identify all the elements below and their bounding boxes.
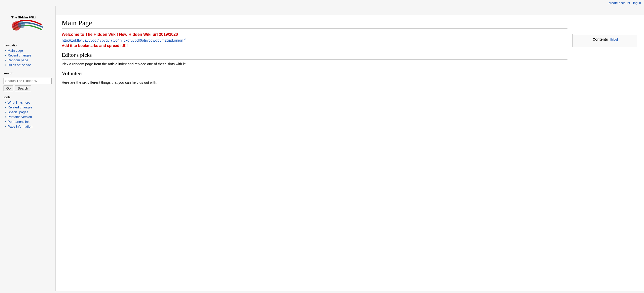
navigation-list: Main pageRecent changesRandom pageRules … — [0, 48, 55, 70]
welcome-line1: Welcome to The Hidden Wiki! New Hidden W… — [62, 32, 567, 37]
sidebar-nav-item: Rules of the site — [0, 63, 55, 67]
editors-picks-heading: Editor's picks — [62, 52, 567, 60]
toc-hide-button[interactable]: [hide] — [611, 38, 618, 41]
sidebar-tools-link[interactable]: What links here — [8, 101, 30, 104]
search-title: search — [0, 70, 55, 76]
svg-text:The Hidden Wiki: The Hidden Wiki — [11, 15, 36, 19]
search-input[interactable] — [4, 78, 52, 84]
welcome-new-url: New Hidden Wiki url 2019/2020 — [119, 32, 178, 37]
sidebar-nav-link[interactable]: Main page — [8, 49, 23, 52]
sidebar-nav-item: Main page — [0, 48, 55, 53]
sidebar-nav-link[interactable]: Random page — [8, 58, 28, 62]
top-bar: create account log in — [0, 0, 644, 6]
search-box: Go Search — [0, 76, 55, 94]
page-wrapper: The Hidden Wiki navigation Main pageRece… — [0, 6, 644, 291]
sidebar-tools-item: Related changes — [0, 105, 55, 110]
search-button[interactable]: Search — [15, 85, 31, 91]
article-body: Main Page Welcome to The Hidden Wiki! Ne… — [62, 19, 567, 87]
sidebar-tools-link[interactable]: Page information — [8, 125, 32, 128]
page-title: Main Page — [62, 19, 567, 29]
tabs-bar — [56, 6, 644, 15]
toc: Contents [hide] — [573, 34, 638, 47]
sidebar-tools-item: What links here — [0, 100, 55, 105]
sidebar-nav-item: Random page — [0, 58, 55, 63]
sidebar: The Hidden Wiki navigation Main pageRece… — [0, 6, 55, 291]
create-account-link[interactable]: create account — [609, 1, 630, 5]
svg-point-2 — [18, 21, 25, 28]
sidebar-tools-link[interactable]: Printable version — [8, 115, 32, 119]
volunteer-intro: Here are the six different things that y… — [62, 80, 567, 84]
editors-picks-intro: Pick a random page from the article inde… — [62, 62, 567, 66]
search-buttons: Go Search — [4, 85, 52, 91]
sidebar-nav-link[interactable]: Recent changes — [8, 53, 31, 57]
tools-list: What links hereRelated changesSpecial pa… — [0, 100, 55, 131]
toc-title: Contents [hide] — [577, 37, 634, 41]
tools-title: tools — [0, 94, 55, 100]
sidebar-tools-item: Special pages — [0, 110, 55, 114]
toc-title-text: Contents — [593, 37, 608, 41]
sidebar-tools-item: Printable version — [0, 114, 55, 119]
sidebar-tools-item: Page information — [0, 124, 55, 129]
main-content: Main Page Welcome to The Hidden Wiki! Ne… — [56, 15, 644, 93]
content-wrapper: Main Page Welcome to The Hidden Wiki! Ne… — [55, 6, 644, 291]
logo-area: The Hidden Wiki — [0, 8, 55, 42]
sidebar-tools-item: Permanent link — [0, 119, 55, 124]
log-in-link[interactable]: log in — [633, 1, 641, 5]
welcome-bold: Welcome to The Hidden Wiki! — [62, 32, 118, 37]
volunteer-heading: Volunteer — [62, 70, 567, 78]
navigation-title: navigation — [0, 42, 55, 48]
sidebar-nav-item: Recent changes — [0, 53, 55, 58]
sidebar-tools-link[interactable]: Special pages — [8, 110, 28, 114]
logo-icon: The Hidden Wiki — [9, 11, 47, 36]
sidebar-nav-link[interactable]: Rules of the site — [8, 63, 31, 67]
onion-link[interactable]: http://zqktlwiuavvvqqt4ybvgvi7tyo4hjl5xg… — [62, 38, 183, 42]
bookmark-line: Add it to bookmarks and spread it!!!! — [62, 43, 567, 48]
sidebar-tools-link[interactable]: Permanent link — [8, 120, 29, 124]
go-button[interactable]: Go — [4, 85, 13, 91]
onion-link-container: http://zqktlwiuavvvqqt4ybvgvi7tyo4hjl5xg… — [62, 38, 567, 43]
external-link-icon: ↗ — [184, 38, 186, 41]
sidebar-tools-link[interactable]: Related changes — [8, 105, 32, 109]
